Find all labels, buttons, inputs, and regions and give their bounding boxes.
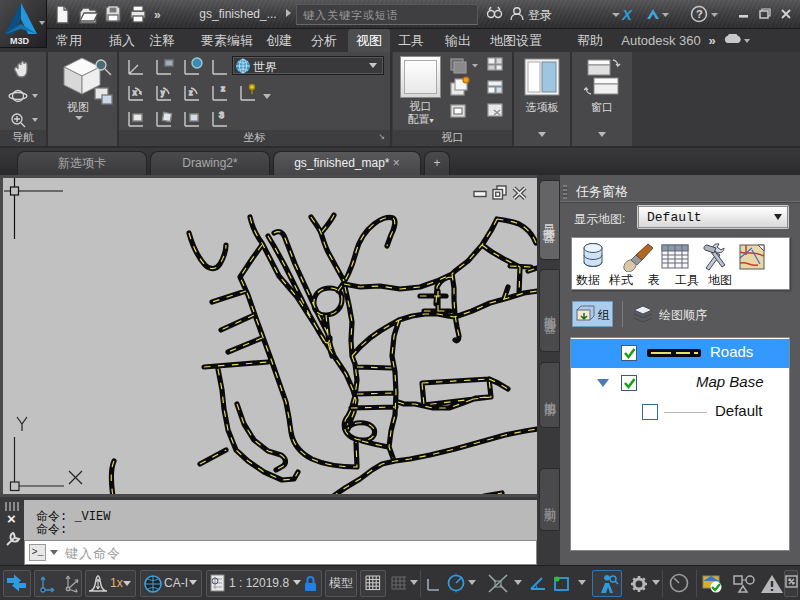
svg-text:M3D: M3D xyxy=(10,36,30,46)
svg-text:y: y xyxy=(161,89,165,97)
svg-text:登录: 登录 xyxy=(528,8,552,22)
svg-text:X: X xyxy=(621,6,633,23)
svg-text:3: 3 xyxy=(219,110,224,120)
svg-text:x: x xyxy=(133,89,137,96)
svg-text:?: ? xyxy=(696,8,703,20)
svg-text:»: » xyxy=(154,8,161,22)
svg-text:z: z xyxy=(189,89,193,96)
svg-text:z: z xyxy=(221,84,225,93)
